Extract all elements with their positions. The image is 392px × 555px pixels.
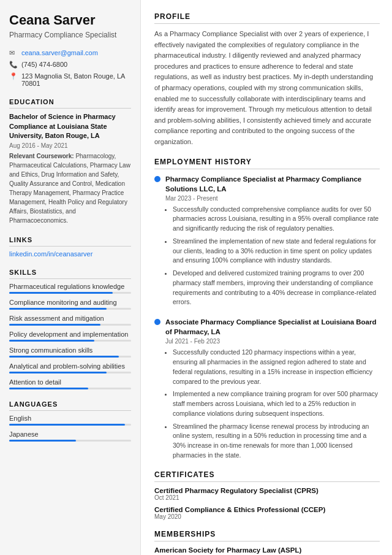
skill-label: Compliance monitoring and auditing [9, 299, 131, 306]
skill-item: Compliance monitoring and auditing [9, 299, 131, 310]
phone-icon: 📞 [9, 61, 18, 69]
skill-bar-fill [9, 372, 107, 373]
job-title: Associate Pharmacy Compliance Specialist… [154, 317, 380, 337]
skill-item: Policy development and implementation [9, 331, 131, 342]
skills-section-title: SKILLS [9, 269, 131, 279]
skill-bar-bg [9, 292, 131, 294]
skill-label: Attention to detail [9, 378, 131, 386]
skill-item: Pharmaceutical regulations knowledge [9, 283, 131, 294]
employment-section-title: EMPLOYMENT HISTORY [154, 158, 380, 169]
education-degree: Bachelor of Science in Pharmacy Complian… [9, 112, 131, 140]
linkedin-link[interactable]: linkedin.com/in/ceanasarver [9, 250, 131, 258]
profile-text: As a Pharmacy Compliance Specialist with… [154, 29, 380, 148]
cert-name: Certified Pharmacy Regulatory Specialist… [154, 487, 380, 494]
job-bullet: Successfully conducted comprehensive com… [173, 205, 380, 234]
links-section-title: LINKS [9, 236, 131, 247]
job-dot [154, 176, 160, 182]
skill-bar-bg [9, 340, 131, 342]
skill-bar-fill [9, 324, 100, 326]
job-entry: Associate Pharmacy Compliance Specialist… [154, 317, 380, 460]
profile-section: PROFILE As a Pharmacy Compliance Special… [154, 12, 380, 148]
skill-bar-bg [9, 324, 131, 326]
skill-bar-bg [9, 388, 131, 389]
memberships-section-title: MEMBERSHIPS [154, 530, 380, 542]
skill-bar-bg [9, 372, 131, 373]
job-bullet: Successfully conducted 120 pharmacy insp… [173, 348, 380, 386]
job-dates: Mar 2023 - Present [165, 195, 380, 202]
certificates-section: CERTIFICATES Certified Pharmacy Regulato… [154, 470, 380, 520]
phone-value: (745) 474-6800 [21, 61, 67, 68]
education-coursework: Relevant Coursework: Pharmacology, Pharm… [9, 151, 131, 225]
education-section-title: EDUCATION [9, 98, 131, 109]
address-value: 123 Magnolia St, Baton Rouge, LA 70801 [21, 72, 131, 87]
job-title-text: Pharmacy Compliance Specialist at Pharma… [165, 174, 380, 194]
job-dates: Jul 2021 - Feb 2023 [165, 338, 380, 345]
language-label: English [9, 415, 131, 422]
skill-label: Risk assessment and mitigation [9, 315, 131, 322]
skill-item: Strong communication skills [9, 346, 131, 358]
candidate-name: Ceana Sarver [9, 12, 131, 28]
skill-label: Analytical and problem-solving abilities [9, 362, 131, 370]
contact-address: 📍 123 Magnolia St, Baton Rouge, LA 70801 [9, 72, 131, 87]
job-dot [154, 319, 160, 325]
job-bullet: Streamlined the implementation of new st… [173, 237, 380, 266]
skill-bar-fill [9, 308, 107, 310]
languages-section-title: LANGUAGES [9, 400, 131, 411]
education-dates: Aug 2016 - May 2021 [9, 142, 131, 149]
skill-bar-fill [9, 388, 88, 389]
contact-email: ✉ ceana.sarver@gmail.com [9, 49, 131, 57]
skill-bar-bg [9, 356, 131, 358]
language-item: Japanese [9, 431, 131, 442]
skill-item: Analytical and problem-solving abilities [9, 362, 131, 373]
coursework-label: Relevant Coursework: [9, 153, 74, 159]
language-label: Japanese [9, 431, 131, 438]
skill-label: Policy development and implementation [9, 331, 131, 338]
job-title-text: Associate Pharmacy Compliance Specialist… [165, 317, 380, 337]
language-bar-fill [9, 424, 125, 426]
skill-item: Attention to detail [9, 378, 131, 389]
job-bullet: Implemented a new compliance training pr… [173, 389, 380, 418]
job-bullets: Successfully conducted comprehensive com… [165, 205, 380, 308]
skill-bar-fill [9, 340, 94, 342]
employment-section: EMPLOYMENT HISTORY Pharmacy Compliance S… [154, 158, 380, 461]
job-title: Pharmacy Compliance Specialist at Pharma… [154, 174, 380, 194]
language-bar-fill [9, 440, 76, 442]
location-icon: 📍 [9, 72, 18, 80]
email-icon: ✉ [9, 49, 18, 57]
job-bullet: Developed and delivered customized train… [173, 269, 380, 307]
skill-bar-fill [9, 292, 113, 294]
job-entry: Pharmacy Compliance Specialist at Pharma… [154, 174, 380, 308]
skill-bar-fill [9, 356, 119, 358]
coursework-text: Pharmacology, Pharmaceutical Calculation… [9, 153, 130, 224]
skill-label: Pharmaceutical regulations knowledge [9, 283, 131, 290]
language-bar-bg [9, 424, 131, 426]
cert-date: Oct 2021 [154, 494, 380, 501]
skill-label: Strong communication skills [9, 346, 131, 354]
language-item: English [9, 415, 131, 426]
cert-name: Certified Compliance & Ethics Profession… [154, 506, 380, 513]
contact-phone: 📞 (745) 474-6800 [9, 61, 131, 69]
membership-name: American Society for Pharmacy Law (ASPL) [154, 546, 380, 554]
sidebar: Ceana Sarver Pharmacy Compliance Special… [0, 0, 141, 555]
skill-bar-bg [9, 308, 131, 310]
language-bar-bg [9, 440, 131, 442]
memberships-section: MEMBERSHIPS American Society for Pharmac… [154, 530, 380, 554]
candidate-title: Pharmacy Compliance Specialist [9, 31, 131, 39]
cert-date: May 2020 [154, 513, 380, 520]
email-link[interactable]: ceana.sarver@gmail.com [21, 49, 98, 56]
main-content: PROFILE As a Pharmacy Compliance Special… [141, 0, 392, 555]
job-bullets: Successfully conducted 120 pharmacy insp… [165, 348, 380, 460]
profile-section-title: PROFILE [154, 12, 380, 24]
certificates-section-title: CERTIFICATES [154, 470, 380, 482]
job-bullet: Streamlined the pharmacy license renewal… [173, 422, 380, 461]
skill-item: Risk assessment and mitigation [9, 315, 131, 326]
